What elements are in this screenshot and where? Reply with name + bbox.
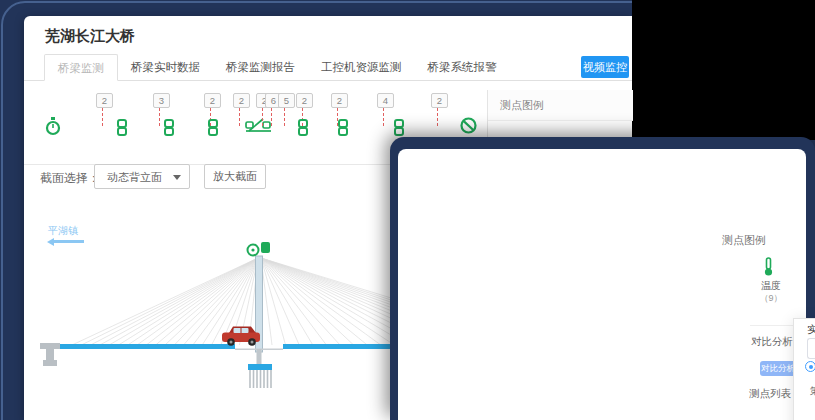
- bridge-pier-cap: [248, 364, 272, 370]
- section-select-label: 截面选择：: [40, 170, 100, 187]
- sensor-count-badge: 2: [431, 93, 448, 108]
- sensor-tick-line: [102, 108, 103, 126]
- tab-realtime-curve[interactable]: 实时曲线图: [807, 338, 815, 359]
- tab-monitor-report[interactable]: 桥梁监测报告: [213, 54, 308, 80]
- tab-realtime-data[interactable]: 桥梁实时数据: [118, 54, 213, 80]
- main-tab-bar: 桥梁监测 桥梁实时数据 桥梁监测报告 工控机资源监测 桥梁系统报警 视频监控: [24, 54, 632, 81]
- modal-tab-bar: 实时曲线图 监控回放: [807, 338, 815, 359]
- tab-system-alarm[interactable]: 桥梁系统报警: [415, 54, 510, 80]
- tab-ipc-resource[interactable]: 工控机资源监测: [308, 54, 415, 80]
- sensor-tick-line: [284, 108, 285, 126]
- sensor-count-badge: 4: [377, 93, 394, 108]
- sensor-tick-line: [262, 108, 263, 126]
- link-icon[interactable]: [208, 119, 218, 140]
- popup-legend-panel-header: 测点图例: [720, 233, 766, 248]
- sensor-count-badge: 2: [96, 93, 113, 108]
- video-monitor-button[interactable]: 视频监控: [581, 56, 629, 78]
- bridge-left-label: 平湖镇: [48, 224, 78, 238]
- left-arrow-icon: [54, 240, 84, 243]
- link-icon[interactable]: [338, 119, 348, 140]
- y-axis-labels: 05001,0001,5002,0002,500: [797, 392, 815, 420]
- last-two-months-radio[interactable]: [805, 361, 815, 372]
- sensor-count-badge: 2: [296, 93, 313, 108]
- bridge-left-abutment: [40, 343, 60, 366]
- popup-page: 测点图例 温度 （9） 对比分析 对比分析 测点列表: [398, 149, 806, 420]
- compare-analysis-button[interactable]: 对比分析: [760, 361, 796, 376]
- sensor-count-badge: 3: [153, 93, 170, 108]
- link-icon[interactable]: [117, 119, 127, 140]
- bridge-pier-piles: [250, 370, 271, 388]
- bridge-pylon-base: [257, 349, 262, 364]
- sensor-tick-line: [159, 108, 160, 126]
- realtime-curve-modal: 实时曲线 × 实时曲线图 监控回放 最近两个月 - 查询 第七跨跨中振动 第七跨…: [793, 318, 815, 420]
- sensor-tick-line: [271, 108, 272, 126]
- sensor-count-badge: 2: [331, 93, 348, 108]
- point-list-header: 测点列表: [749, 387, 791, 401]
- tab-bridge-monitor[interactable]: 桥梁监测: [44, 54, 118, 81]
- compare-section-header: 对比分析: [751, 335, 793, 349]
- chevron-down-icon: [173, 175, 181, 180]
- temperature-label: 温度: [750, 279, 792, 293]
- bridge-deck-left: [55, 344, 235, 349]
- stopwatch-icon[interactable]: [45, 117, 61, 140]
- sensor-tick-line: [383, 108, 384, 126]
- section-select-value: 动态背立面: [107, 171, 162, 183]
- page-title: 芜湖长江大桥: [45, 27, 135, 46]
- section-select[interactable]: 动态背立面: [94, 164, 190, 189]
- sensor-flag-icon[interactable]: [261, 242, 270, 253]
- sensor-tick-line: [239, 108, 240, 126]
- popup-window: 测点图例 温度 （9） 对比分析 对比分析 测点列表 实时曲线 × 实时曲线图 …: [390, 137, 815, 420]
- modal-title: 实时曲线: [807, 323, 815, 337]
- temperature-count: （9）: [750, 292, 792, 305]
- truss-icon[interactable]: [245, 117, 272, 137]
- desktop-black-area: [632, 0, 815, 140]
- thermometer-icon[interactable]: [762, 257, 775, 281]
- sensor-tick-line: [437, 108, 438, 126]
- sensor-count-badge: 5: [278, 93, 295, 108]
- link-icon[interactable]: [298, 119, 308, 140]
- ban-icon[interactable]: [460, 117, 477, 138]
- zoom-section-button[interactable]: 放大截面: [204, 164, 266, 189]
- sensor-count-badge: 2: [233, 93, 250, 108]
- link-icon[interactable]: [164, 119, 174, 140]
- sensor-count-badge: 2: [204, 93, 221, 108]
- legend-panel-header: 测点图例: [488, 90, 633, 121]
